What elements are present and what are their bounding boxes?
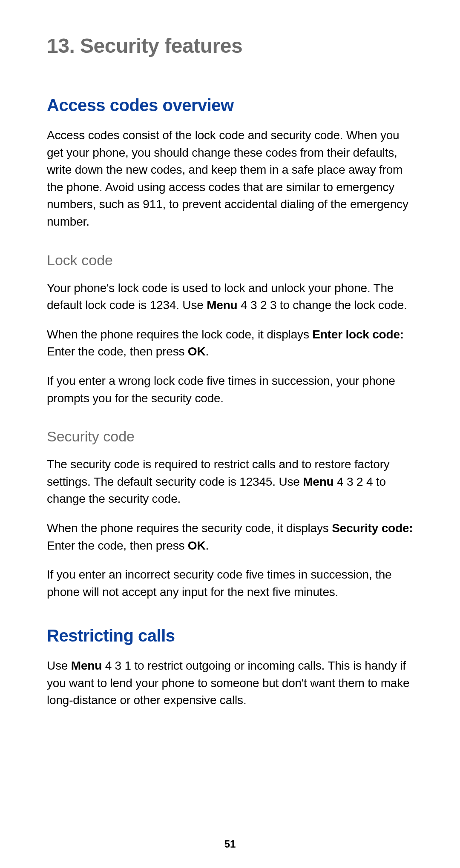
bold-ok: OK xyxy=(188,539,206,552)
text: . xyxy=(205,539,209,552)
text: 4 3 2 3 to change the lock code. xyxy=(237,298,407,312)
chapter-number: 13. xyxy=(47,34,75,57)
restricting-calls-p1: Use Menu 4 3 1 to restrict outgoing or i… xyxy=(47,657,413,709)
bold-menu: Menu xyxy=(207,298,237,312)
security-code-p1: The security code is required to restric… xyxy=(47,456,413,508)
subsection-title-security-code: Security code xyxy=(47,428,413,445)
text: Use xyxy=(47,659,71,672)
bold-enter-lock-code: Enter lock code: xyxy=(312,328,404,341)
text: Enter the code, then press xyxy=(47,345,188,358)
section-title-access-codes: Access codes overview xyxy=(47,96,413,115)
access-codes-intro: Access codes consist of the lock code an… xyxy=(47,127,413,231)
section-access-codes: Access codes overview Access codes consi… xyxy=(47,96,413,601)
lock-code-p2: When the phone requires the lock code, i… xyxy=(47,326,413,361)
text: . xyxy=(205,345,209,358)
text: When the phone requires the lock code, i… xyxy=(47,328,312,341)
text: Enter the code, then press xyxy=(47,539,188,552)
security-code-p2: When the phone requires the security cod… xyxy=(47,520,413,554)
section-restricting-calls: Restricting calls Use Menu 4 3 1 to rest… xyxy=(47,626,413,709)
lock-code-p1: Your phone's lock code is used to lock a… xyxy=(47,280,413,314)
chapter-name: Security features xyxy=(80,34,242,57)
security-code-p3: If you enter an incorrect security code … xyxy=(47,566,413,601)
bold-security-code: Security code: xyxy=(332,521,413,535)
text: When the phone requires the security cod… xyxy=(47,521,332,535)
chapter-title: 13. Security features xyxy=(47,34,413,57)
page-number: 51 xyxy=(0,838,460,850)
lock-code-p3: If you enter a wrong lock code five time… xyxy=(47,372,413,407)
section-title-restricting-calls: Restricting calls xyxy=(47,626,413,645)
bold-menu: Menu xyxy=(71,659,102,672)
bold-menu: Menu xyxy=(303,475,334,488)
bold-ok: OK xyxy=(188,345,206,358)
subsection-title-lock-code: Lock code xyxy=(47,252,413,269)
